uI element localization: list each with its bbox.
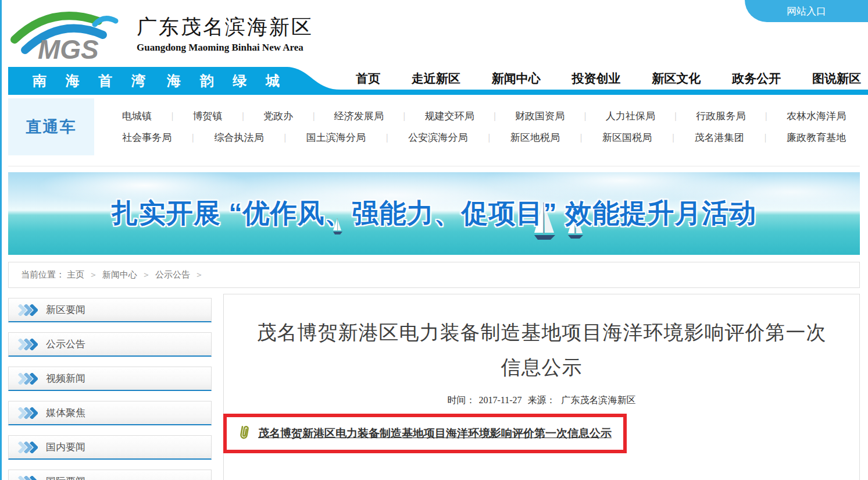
quicklink-separator: ｜	[577, 132, 585, 143]
quicklink-separator: ｜	[188, 132, 197, 143]
meta-source-label: 来源：	[528, 395, 556, 405]
mgs-logo-icon: MGS	[10, 3, 126, 62]
site-title-block: 广东茂名滨海新区 Guangdong Maoming Binhai New Ar…	[137, 13, 313, 62]
breadcrumb-announcements[interactable]: 公示公告	[155, 269, 190, 280]
quicklink-jingji[interactable]: 经济发展局	[334, 109, 384, 123]
article-panel: 茂名博贺新港区电力装备制造基地项目海洋环境影响评价第一次信息公示 时间：2017…	[223, 294, 860, 480]
nav-item-home[interactable]: 首页	[356, 70, 380, 87]
paperclip-icon	[236, 424, 253, 443]
quicklink-caizheng[interactable]: 财政国资局	[515, 109, 565, 123]
triple-chevron-icon	[18, 304, 38, 316]
site-entry-button[interactable]: 网站入口	[745, 0, 868, 22]
quicklink-renli[interactable]: 人力社保局	[606, 109, 655, 123]
sidebar-item-label: 新区要闻	[46, 303, 85, 317]
quicklink-separator: ｜	[671, 111, 680, 122]
quicklink-gongan[interactable]: 公安滨海分局	[408, 131, 467, 144]
slogan-banner: 南 海 首 湾 海 韵 绿 城	[8, 67, 287, 95]
quicklink-diancheng[interactable]: 电城镇	[122, 109, 152, 123]
bar-wave-curve	[287, 67, 341, 95]
quicklink-xingzheng[interactable]: 行政服务局	[696, 109, 745, 123]
nav-item-gov-info[interactable]: 政务公开	[732, 70, 781, 87]
quicklink-shehui[interactable]: 社会事务局	[122, 131, 172, 144]
sidebar-item-meiti-jujiao[interactable]: 媒体聚焦	[8, 401, 212, 425]
nav-item-about[interactable]: 走近新区	[412, 70, 460, 87]
attachment-highlight-box: 茂名博贺新港区电力装备制造基地项目海洋环境影响评价第一次信息公示	[223, 414, 627, 453]
nav-item-news[interactable]: 新闻中心	[492, 70, 541, 87]
quicklink-guijian[interactable]: 规建交环局	[424, 109, 474, 123]
quicklink-separator: ｜	[581, 111, 590, 122]
breadcrumb-separator: ＞	[89, 269, 98, 280]
quicklink-separator: ｜	[669, 132, 677, 143]
triple-chevron-icon	[18, 442, 38, 453]
quicklink-separator: ｜	[309, 111, 318, 122]
breadcrumb-home[interactable]: 主页	[67, 269, 84, 280]
article-meta: 时间：2017-11-27 来源： 广东茂名滨海新区	[224, 394, 859, 407]
sidebar-item-gongshi-gonggao[interactable]: 公示公告	[8, 332, 212, 357]
sidebar-item-guoji-yaowen[interactable]: 国际要闻	[8, 470, 212, 480]
sidebar-item-label: 媒体聚焦	[46, 406, 85, 419]
svg-text:MGS: MGS	[38, 34, 99, 62]
quicklink-guotu[interactable]: 国土滨海分局	[306, 131, 366, 144]
site-name-en: Guangdong Maoming Binhai New Area	[137, 42, 313, 54]
quicklinks-section: 直通车 电城镇｜ 博贺镇｜ 党政办｜ 经济发展局｜ 规建交环局｜ 财政国资局｜ …	[8, 96, 860, 166]
quicklink-separator: ｜	[383, 132, 391, 143]
site-name-cn: 广东茂名滨海新区	[137, 13, 313, 41]
quicklink-guoshui[interactable]: 新区国税局	[602, 131, 652, 144]
sidebar-item-shipin-xinwen[interactable]: 视频新闻	[8, 367, 212, 391]
attachment-link[interactable]: 茂名博贺新港区电力装备制造基地项目海洋环境影响评价第一次信息公示	[258, 426, 612, 441]
triple-chevron-icon	[18, 407, 38, 419]
quicklink-separator: ｜	[400, 111, 409, 122]
sidebar-item-label: 公示公告	[46, 337, 85, 351]
quicklink-nonglin[interactable]: 农林水海洋局	[787, 109, 846, 123]
meta-time-label: 时间：	[447, 395, 475, 405]
nav-item-invest[interactable]: 投资创业	[571, 70, 620, 87]
main-navigation: 首页 走近新区 新闻中心 投资创业 新区文化 政务公开 图说新区	[356, 67, 861, 90]
meta-source-value: 广东茂名滨海新区	[562, 395, 636, 405]
sidebar-item-guonei-yaowen[interactable]: 国内要闻	[8, 435, 212, 460]
triple-chevron-icon	[18, 373, 38, 385]
campaign-banner-text: 扎实开展 “优作风、强能力、促项目” 效能提升月活动	[112, 195, 757, 232]
article-title: 茂名博贺新港区电力装备制造基地项目海洋环境影响评价第一次信息公示	[224, 315, 859, 385]
sidebar-item-label: 国内要闻	[46, 440, 85, 454]
breadcrumb-news-center[interactable]: 新闻中心	[102, 269, 137, 280]
quicklink-dangzhengban[interactable]: 党政办	[263, 109, 293, 123]
quicklink-bohe[interactable]: 博贺镇	[193, 109, 223, 123]
nav-item-gallery[interactable]: 图说新区	[812, 70, 861, 87]
breadcrumb: 当前位置： 主页 ＞ 新闻中心 ＞ 公示公告 ＞	[8, 262, 860, 288]
quicklink-separator: ｜	[762, 111, 770, 122]
quicklink-zonghe[interactable]: 综合执法局	[214, 131, 263, 144]
breadcrumb-separator: ＞	[195, 269, 203, 280]
meta-time-value: 2017-11-27	[478, 395, 521, 405]
slogan-nav-bar: 南 海 首 湾 海 韵 绿 城 首页 走近新区 新闻中心 投资创业 新区文化 政…	[8, 67, 868, 95]
quicklinks-row-1: 电城镇｜ 博贺镇｜ 党政办｜ 经济发展局｜ 规建交环局｜ 财政国资局｜ 人力社保…	[122, 109, 846, 123]
slogan-part1: 南 海 首 湾	[33, 72, 153, 90]
sidebar-item-label: 视频新闻	[46, 372, 85, 385]
triple-chevron-icon	[18, 339, 38, 350]
quicklink-separator: ｜	[761, 132, 770, 143]
page-header: MGS 广东茂名滨海新区 Guangdong Maoming Binhai Ne…	[8, 0, 868, 67]
quicklink-separator: ｜	[281, 132, 290, 143]
quicklink-dishui[interactable]: 新区地税局	[510, 131, 560, 144]
triple-chevron-icon	[18, 476, 38, 480]
sidebar-item-label: 国际要闻	[46, 475, 85, 480]
slogan-part2: 海 韵 绿 城	[167, 72, 287, 90]
quicklinks-label: 直通车	[8, 98, 94, 155]
quicklink-lianzheng[interactable]: 廉政教育基地	[787, 131, 846, 144]
quicklink-separator: ｜	[485, 132, 494, 143]
content-area: 新区要闻 公示公告 视频新闻 媒体聚焦 国内要闻 国际要闻 茂名博贺新港区电力装…	[8, 294, 860, 480]
quicklink-separator: ｜	[239, 111, 248, 122]
nav-item-culture[interactable]: 新区文化	[652, 70, 701, 87]
quicklink-gangjituan[interactable]: 茂名港集团	[695, 131, 744, 144]
breadcrumb-separator: ＞	[142, 269, 151, 280]
breadcrumb-label: 当前位置：	[21, 269, 65, 280]
site-logo[interactable]: MGS 广东茂名滨海新区 Guangdong Maoming Binhai Ne…	[10, 3, 313, 62]
quicklink-separator: ｜	[168, 111, 177, 122]
sidebar: 新区要闻 公示公告 视频新闻 媒体聚焦 国内要闻 国际要闻	[8, 294, 212, 480]
campaign-banner[interactable]: 扎实开展 “优作风、强能力、促项目” 效能提升月活动	[8, 172, 860, 255]
quicklinks-row-2: 社会事务局｜ 综合执法局｜ 国土滨海分局｜ 公安滨海分局｜ 新区地税局｜ 新区国…	[122, 131, 846, 144]
quicklinks-rows: 电城镇｜ 博贺镇｜ 党政办｜ 经济发展局｜ 规建交环局｜ 财政国资局｜ 人力社保…	[94, 98, 860, 155]
sidebar-item-xinqu-yaowen[interactable]: 新区要闻	[8, 298, 212, 322]
quicklink-separator: ｜	[490, 111, 499, 122]
